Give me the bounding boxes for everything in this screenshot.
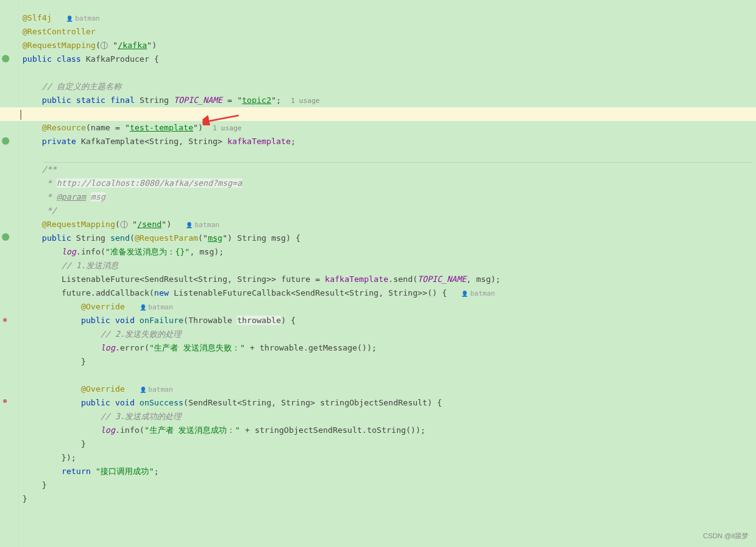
- keyword: void: [115, 398, 135, 407]
- code-line[interactable]: public void onSuccess(SendResult<String,…: [19, 396, 756, 410]
- method-call: info: [120, 425, 140, 435]
- globe-icon: [120, 221, 128, 228]
- code-line[interactable]: @Override batman: [19, 300, 756, 314]
- code-line[interactable]: public void onFailure(Throwable throwabl…: [19, 314, 756, 327]
- annotation: @RequestMapping: [42, 220, 115, 229]
- method-call: info: [81, 247, 100, 256]
- code-line[interactable]: future.addCallback(new ListenableFutureC…: [19, 286, 756, 300]
- type: String: [140, 95, 169, 105]
- code-line[interactable]: log.error("生产者 发送消息失败：" + throwable.getM…: [19, 341, 756, 355]
- param: stringObjectSendResult: [320, 398, 428, 407]
- keyword: return: [62, 467, 91, 476]
- code-line[interactable]: [19, 66, 756, 80]
- code-line[interactable]: public String send(@RequestParam("msg") …: [19, 231, 756, 245]
- globe-icon: [100, 42, 108, 49]
- javadoc-tag: @param: [57, 192, 86, 201]
- code-line[interactable]: * http://localhost:8080/kafka/send?msg=a: [19, 177, 756, 190]
- code-line[interactable]: return "接口调用成功";: [19, 465, 756, 478]
- gutter-run-icon[interactable]: [2, 233, 9, 241]
- code-line[interactable]: }: [19, 478, 756, 492]
- string-link[interactable]: topic2: [242, 95, 271, 105]
- keyword: public: [42, 233, 71, 243]
- type: String: [388, 288, 418, 298]
- keyword: private: [42, 137, 76, 146]
- gutter-override-icon[interactable]: [3, 399, 7, 403]
- string-link[interactable]: msg: [208, 233, 222, 243]
- param: msg: [476, 274, 490, 284]
- annotation: @RequestParam: [135, 233, 198, 243]
- class-name: KafkaProducer: [86, 54, 150, 64]
- type: String: [242, 398, 271, 407]
- author-inlay: batman: [186, 221, 219, 229]
- code-line[interactable]: // 1.发送消息: [19, 259, 756, 273]
- code-line[interactable]: }: [19, 492, 756, 506]
- method-call: toString: [367, 425, 406, 435]
- code-line[interactable]: });: [19, 451, 756, 465]
- code-line[interactable]: }: [19, 355, 756, 369]
- type: String: [237, 233, 266, 243]
- type: KafkaTemplate: [81, 137, 145, 146]
- gutter-bean-icon[interactable]: [2, 137, 9, 145]
- string: "准备发送消息为：{}": [105, 247, 189, 256]
- method-call: addCallback: [95, 288, 149, 298]
- code-line[interactable]: // 2.发送失败的处理: [19, 327, 756, 341]
- annotation: @Slf4j: [22, 13, 52, 22]
- code-line[interactable]: log.info("准备发送消息为：{}", msg);: [19, 245, 756, 259]
- url-link[interactable]: /send: [137, 220, 161, 229]
- url-link[interactable]: /kafka: [118, 41, 147, 50]
- code-editor[interactable]: @Slf4j batman @RestController @RequestMa…: [0, 0, 756, 547]
- code-line[interactable]: @Resource(name = "test-template") 1 usag…: [19, 121, 756, 135]
- code-line[interactable]: */: [19, 204, 756, 218]
- usage-inlay[interactable]: 1 usage: [213, 124, 241, 132]
- param: stringObjectSendResult: [255, 425, 362, 435]
- code-line[interactable]: ListenableFuture<SendResult<String, Stri…: [19, 273, 756, 286]
- local-var: future: [281, 274, 310, 284]
- code-line[interactable]: log.info("生产者 发送消息成功：" + stringObjectSen…: [19, 424, 756, 437]
- author-inlay: batman: [461, 289, 495, 298]
- code-line[interactable]: public class KafkaProducer {: [19, 52, 756, 66]
- field: log: [62, 247, 76, 256]
- string: "生产者 发送消息成功：": [145, 425, 240, 435]
- author-inlay: batman: [66, 14, 100, 22]
- annotation: @RestController: [22, 27, 95, 36]
- code-line[interactable]: @RestController: [19, 25, 756, 39]
- code-line[interactable]: * @param msg: [19, 190, 756, 204]
- usage-inlay[interactable]: 1 usage: [291, 97, 320, 105]
- method-call: getMessage: [309, 343, 357, 352]
- gutter-run-icon[interactable]: [2, 55, 9, 62]
- type: String: [150, 137, 179, 146]
- annotation: @Resource: [42, 123, 85, 132]
- type: SendResult: [188, 398, 237, 407]
- field: TOPIC_NAME: [418, 274, 466, 284]
- gutter-override-icon[interactable]: [3, 318, 7, 322]
- method: send: [110, 233, 130, 243]
- cursor-line[interactable]: [0, 107, 756, 121]
- string: "生产者 发送消息失败：": [150, 343, 245, 352]
- string-link[interactable]: test-template: [130, 123, 193, 132]
- comment: // 1.发送消息: [62, 261, 118, 270]
- comment: // 自定义的主题名称: [42, 82, 121, 91]
- code-area[interactable]: @Slf4j batman @RestController @RequestMa…: [19, 0, 756, 531]
- method-call: error: [120, 343, 145, 352]
- field: log: [100, 343, 115, 352]
- code-line[interactable]: public static final String TOPIC_NAME = …: [19, 94, 756, 107]
- code-line[interactable]: // 自定义的主题名称: [19, 80, 756, 94]
- code-line[interactable]: }: [19, 437, 756, 451]
- code-line[interactable]: // 3.发送成功的处理: [19, 410, 756, 424]
- code-line[interactable]: @RequestMapping( "/send") batman: [19, 218, 756, 231]
- code-line[interactable]: @RequestMapping( "/kafka"): [19, 39, 756, 52]
- code-line[interactable]: [19, 369, 756, 382]
- code-line[interactable]: @Override batman: [19, 382, 756, 396]
- code-line[interactable]: @Slf4j batman: [19, 11, 756, 25]
- type: Throwable: [188, 316, 232, 325]
- javadoc: *: [42, 192, 56, 201]
- code-line[interactable]: private KafkaTemplate<String, String> ka…: [19, 135, 756, 148]
- annotation: @Override: [81, 302, 125, 311]
- javadoc-param: msg: [91, 192, 105, 201]
- type: ListenableFuture: [62, 274, 140, 284]
- type: String: [237, 274, 266, 284]
- comment: // 3.发送成功的处理: [100, 412, 181, 421]
- code-line[interactable]: [19, 148, 756, 162]
- code-line[interactable]: /**: [19, 163, 756, 177]
- javadoc-url[interactable]: http://localhost:8080/kafka/send?msg=a: [57, 178, 242, 188]
